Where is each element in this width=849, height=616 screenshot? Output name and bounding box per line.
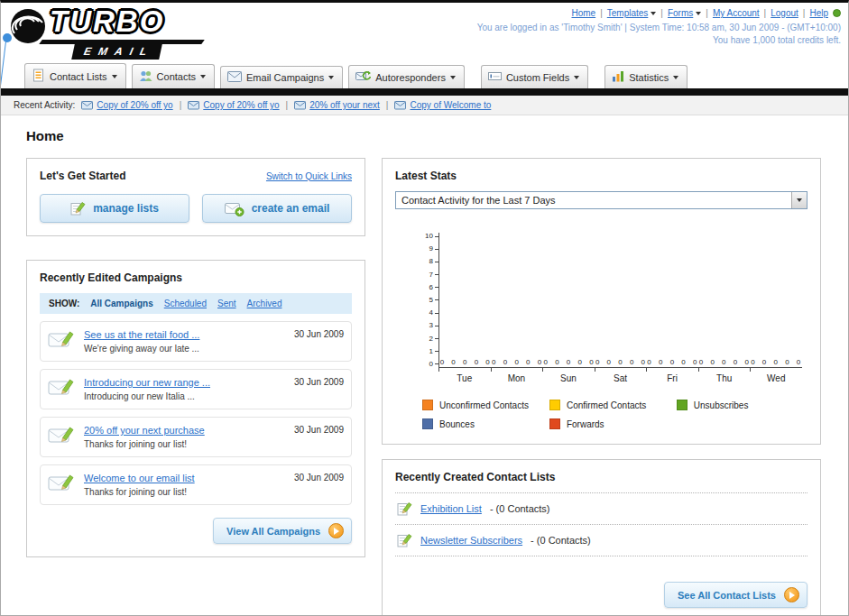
separator: | (286, 100, 289, 110)
get-started-title: Let's Get Started (40, 170, 126, 182)
see-all-contact-lists-button[interactable]: See All Contact Lists (664, 582, 807, 608)
campaign-edit-icon (48, 377, 75, 396)
contact-lists-title: Recently Created Contact Lists (395, 471, 807, 483)
credits-text: You have 1,000 total credits left. (477, 35, 841, 45)
left-column: Let's Get Started Switch to Quick Links … (26, 158, 365, 557)
separator: | (386, 100, 389, 110)
contact-list-count: - (0 Contacts) (531, 535, 591, 546)
legend-swatch (422, 418, 433, 429)
top-link-forms[interactable]: Forms (668, 8, 701, 18)
view-all-campaigns-button[interactable]: View All Campaigns (213, 518, 352, 544)
campaign-edit-icon (48, 329, 75, 348)
chart-y-axis: 109876543210 (420, 233, 438, 368)
tab-scheduled[interactable]: Scheduled (164, 299, 207, 308)
new-email-icon (225, 201, 245, 216)
top-link-forms-label: Forms (668, 8, 693, 18)
nav-tab-statistics[interactable]: Statistics (604, 65, 688, 88)
envelope-icon (394, 101, 406, 110)
arrow-right-icon (784, 587, 799, 602)
envelope-icon (188, 101, 199, 110)
legend-swatch (422, 400, 433, 410)
campaign-row: Introducing our new range ... Introducin… (40, 369, 352, 409)
top-link-templates[interactable]: Templates (607, 8, 657, 18)
manage-lists-button[interactable]: manage lists (40, 194, 189, 223)
autoresponders-icon (355, 70, 371, 84)
top-link-logout[interactable]: Logout (771, 8, 798, 18)
get-started-panel: Let's Get Started Switch to Quick Links … (26, 158, 365, 236)
create-email-label: create an email (252, 202, 330, 215)
campaign-subtitle: Thanks for joining our list! (84, 487, 285, 497)
campaign-date: 30 Jun 2009 (294, 425, 344, 435)
caret-down-icon (450, 76, 456, 79)
campaign-edit-icon (48, 425, 75, 444)
nav-tab-label: Statistics (629, 72, 669, 83)
activity-link[interactable]: Copy of Welcome to (410, 100, 491, 110)
nav-tab-contact-lists[interactable]: Contact Lists (24, 63, 126, 88)
separator: | (706, 8, 708, 18)
separator: | (803, 8, 806, 18)
caret-down-icon (200, 75, 206, 78)
login-info-text: You are logged in as 'Timothy Smith' | S… (477, 23, 841, 32)
view-all-campaigns-label: View All Campaigns (226, 526, 320, 537)
pencil-icon (397, 501, 412, 516)
logo-text-turbo: TURBO (50, 5, 164, 39)
campaign-title-link[interactable]: Introducing our new range ... (84, 377, 210, 388)
nav-tab-contacts[interactable]: Contacts (132, 64, 215, 88)
nav-tab-email-campaigns[interactable]: Email Campaigns (220, 66, 343, 88)
activity-link[interactable]: Copy of 20% off yo (203, 100, 279, 110)
campaign-date: 30 Jun 2009 (294, 377, 344, 387)
campaigns-panel-title: Recently Edited Campaigns (40, 271, 352, 284)
caret-down-icon (328, 76, 334, 79)
contact-list-link[interactable]: Newsletter Subscribers (420, 535, 522, 546)
separator: | (180, 100, 182, 110)
feedback-bubble-icon[interactable] (3, 33, 12, 42)
select-value: Contact Activity for the Last 7 Days (401, 195, 556, 206)
top-link-my-account[interactable]: My Account (713, 8, 760, 18)
legend-swatch (677, 400, 688, 410)
tab-all-campaigns[interactable]: All Campaigns (90, 299, 152, 308)
activity-link[interactable]: Copy of 20% off yo (97, 100, 172, 110)
nav-tab-autoresponders[interactable]: Autoresponders (348, 65, 465, 88)
activity-item: Copy of Welcome to (394, 100, 491, 110)
latest-stats-panel: Latest Stats Contact Activity for the La… (382, 158, 821, 445)
campaign-date: 30 Jun 2009 (294, 473, 344, 483)
activity-item: 20% off your next (294, 100, 380, 110)
stats-activity-select[interactable]: Contact Activity for the Last 7 Days (395, 191, 807, 209)
app-logo[interactable]: TURBO EMAIL (10, 5, 235, 60)
help-icon[interactable] (833, 9, 841, 17)
main-nav: Contact Lists Contacts Email Campaigns A… (1, 62, 848, 88)
legend-item: Unconfirmed Contacts (422, 400, 549, 410)
legend-item: Bounces (422, 418, 549, 429)
recently-edited-campaigns-panel: Recently Edited Campaigns SHOW: All Camp… (26, 260, 365, 557)
nav-tab-custom-fields[interactable]: Custom Fields (481, 65, 588, 88)
envelope-icon (294, 101, 306, 110)
see-all-contact-lists-label: See All Contact Lists (678, 590, 776, 601)
separator: | (600, 8, 603, 18)
legend-item: Unsubscribes (677, 400, 804, 410)
separator: | (660, 8, 663, 18)
create-email-button[interactable]: create an email (202, 194, 352, 223)
pencil-icon (397, 533, 412, 547)
contact-lists-icon (32, 69, 45, 84)
show-label: SHOW: (49, 299, 79, 308)
latest-stats-title: Latest Stats (395, 170, 807, 182)
email-campaigns-icon (227, 71, 242, 84)
tab-archived[interactable]: Archived (247, 299, 282, 308)
logo-text-email: EMAIL (71, 44, 162, 60)
activity-item: Copy of 20% off yo (188, 100, 279, 110)
select-dropdown-arrow (791, 192, 807, 208)
top-link-help[interactable]: Help (809, 8, 828, 18)
switch-to-quick-links-link[interactable]: Switch to Quick Links (266, 171, 352, 181)
top-link-templates-label: Templates (607, 8, 649, 18)
campaign-subtitle: Introducing our new Italia ... (84, 391, 285, 401)
campaign-title-link[interactable]: 20% off your next purchase (84, 425, 205, 436)
campaign-title-link[interactable]: See us at the retail food ... (84, 329, 199, 340)
chart-x-labels: TueMonSunSatFriThuWed (438, 368, 802, 383)
top-link-home[interactable]: Home (571, 8, 595, 18)
campaign-title-link[interactable]: Welcome to our email list (84, 473, 195, 483)
contact-list-link[interactable]: Exhibition List (420, 503, 482, 514)
arrow-right-icon (328, 523, 344, 538)
tab-sent[interactable]: Sent (217, 299, 236, 308)
activity-link[interactable]: 20% off your next (309, 100, 380, 110)
contact-lists: Exhibition List - (0 Contacts) Newslette… (395, 492, 807, 556)
